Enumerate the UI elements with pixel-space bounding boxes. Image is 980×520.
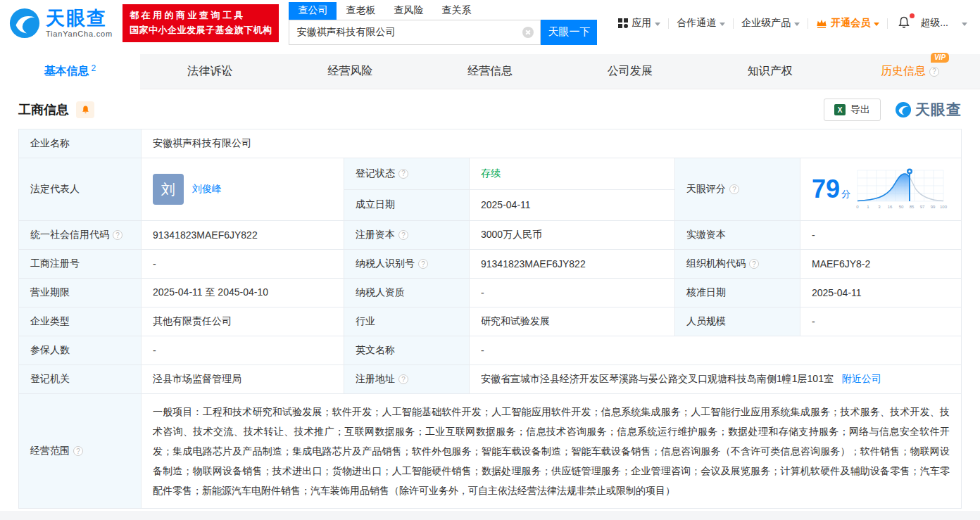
nav-super-vip[interactable]: 超级... <box>920 17 967 30</box>
table-row: 参保人数 - 英文名称 - <box>19 336 962 365</box>
help-icon[interactable] <box>73 446 83 456</box>
taxpayer-id-value: 91341823MAEF6JY822 <box>470 250 675 279</box>
table-row: 企业类型 其他有限责任公司 行业 研究和试验发展 人员规模 - <box>19 307 962 336</box>
tab-operating-risk[interactable]: 经营风险 <box>280 54 420 89</box>
next-section-divider <box>0 511 980 520</box>
watermark-logo: 天眼查 <box>895 100 962 120</box>
industry-value: 研究和试验发展 <box>470 307 675 336</box>
tyc-score-cell: 79 分 <box>800 158 962 221</box>
notification-bell[interactable] <box>896 15 912 32</box>
chevron-down-icon <box>962 23 967 26</box>
monitor-bell-button[interactable] <box>76 101 94 118</box>
company-name-value: 安徽祺声科技有限公司 <box>142 129 962 158</box>
field-label: 天眼评分 <box>675 158 800 221</box>
status-badge: 存续 <box>481 167 501 179</box>
divider <box>668 18 669 29</box>
nav-partner-label: 合作通道 <box>677 17 716 30</box>
english-name-value: - <box>470 336 962 365</box>
search-tab-company[interactable]: 查公司 <box>289 2 337 20</box>
tab-basic-info[interactable]: 基本信息 2 <box>0 54 140 89</box>
chevron-down-icon <box>874 23 879 26</box>
company-type-value: 其他有限责任公司 <box>142 307 344 336</box>
score-distribution-chart: 0 1 3 16 50 85 97 99 100 <box>855 166 948 213</box>
legal-rep-link[interactable]: 刘俊峰 <box>192 183 222 196</box>
watermark-text: 天眼查 <box>915 100 962 120</box>
table-row: 经营范围 一般项目：工程和技术研究和试验发展；软件开发；人工智能基础软件开发；人… <box>19 394 962 509</box>
help-icon[interactable] <box>729 184 739 194</box>
field-label: 注册地址 <box>344 365 470 394</box>
nav-partner[interactable]: 合作通道 <box>677 17 725 30</box>
export-label: 导出 <box>850 103 870 116</box>
top-nav: 应用 合作通道 企业级产品 开通会员 <box>618 15 967 32</box>
field-label: 工商注册号 <box>19 250 142 279</box>
tab-company-development[interactable]: 公司发展 <box>560 54 700 89</box>
insured-count-value: - <box>142 336 344 365</box>
search-tab-relation[interactable]: 查关系 <box>432 2 480 20</box>
excel-icon <box>834 104 846 115</box>
field-label: 统一社会信用代码 <box>19 221 142 250</box>
table-row: 法定代表人 刘 刘俊峰 登记状态 存续 天眼评分 79 分 <box>19 158 962 190</box>
logo-swirl-icon <box>895 101 912 118</box>
nav-enterprise[interactable]: 企业级产品 <box>741 17 800 30</box>
clear-input-icon[interactable] <box>522 27 534 38</box>
search-button[interactable]: 天眼一下 <box>541 20 597 45</box>
reg-status-value: 存续 <box>470 158 675 190</box>
help-icon[interactable] <box>113 230 122 240</box>
tab-business-info[interactable]: 经营信息 <box>420 54 560 89</box>
tab-intellectual-property[interactable]: 知识产权 <box>700 54 840 89</box>
field-label: 核准日期 <box>675 279 800 307</box>
chevron-down-icon <box>655 23 660 26</box>
divider <box>887 18 888 29</box>
help-icon[interactable] <box>398 230 408 240</box>
top-header: 天眼查 TianYanCha.com 都在用的商业查询工具 国家中小企业发展子基… <box>0 0 980 46</box>
export-button[interactable]: 导出 <box>824 99 881 121</box>
field-label: 登记状态 <box>344 158 470 190</box>
taxpayer-quality-value: - <box>470 279 675 307</box>
legal-rep-cell: 刘 刘俊峰 <box>142 158 344 221</box>
chevron-down-icon <box>794 23 800 26</box>
nearby-companies-link[interactable]: 附近公司 <box>842 373 881 384</box>
tianyancha-logo[interactable]: 天眼查 TianYanCha.com <box>8 7 113 39</box>
help-icon[interactable] <box>418 259 428 269</box>
search-tabs: 查公司 查老板 查风险 查关系 <box>289 2 597 20</box>
org-code-value: MAEF6JY8-2 <box>800 250 962 279</box>
nav-member-label: 开通会员 <box>831 17 870 30</box>
bell-icon <box>81 105 90 115</box>
table-row: 营业期限 2025-04-11 至 2045-04-10 纳税人资质 - 核准日… <box>19 279 962 307</box>
table-row: 统一社会信用代码 91341823MAEF6JY822 注册资本 3000万人民… <box>19 221 962 250</box>
est-date-value: 2025-04-11 <box>470 189 675 221</box>
help-icon[interactable] <box>749 259 759 269</box>
field-label: 英文名称 <box>344 336 470 365</box>
search-input[interactable] <box>289 20 541 45</box>
staff-size-value: - <box>800 307 962 336</box>
svg-text:0: 0 <box>856 205 859 209</box>
field-label: 组织机构代码 <box>675 250 800 279</box>
legal-rep-avatar[interactable]: 刘 <box>153 174 184 205</box>
field-label: 登记机关 <box>19 365 142 394</box>
nav-apps-label: 应用 <box>632 17 651 30</box>
nav-apps[interactable]: 应用 <box>618 17 660 30</box>
nav-super-label: 超级... <box>920 17 948 30</box>
search-tab-risk[interactable]: 查风险 <box>384 2 432 20</box>
crown-icon <box>816 18 827 28</box>
help-icon[interactable] <box>398 374 408 384</box>
score-unit: 分 <box>841 188 850 201</box>
svg-text:97: 97 <box>920 205 925 209</box>
help-icon[interactable] <box>398 169 408 179</box>
company-tabs: 基本信息 2 法律诉讼 经营风险 经营信息 公司发展 知识产权 历史信息 VIP <box>0 54 980 89</box>
score-value: 79 <box>812 177 840 202</box>
vip-badge: VIP <box>931 53 949 63</box>
nav-open-member[interactable]: 开通会员 <box>816 17 879 30</box>
reg-capital-value: 3000万人民币 <box>470 221 675 250</box>
business-term-value: 2025-04-11 至 2045-04-10 <box>142 279 344 307</box>
field-label: 纳税人识别号 <box>344 250 470 279</box>
approval-date-value: 2025-04-11 <box>800 279 962 307</box>
divider <box>733 18 734 29</box>
field-label: 经营范围 <box>19 394 142 509</box>
svg-text:50: 50 <box>899 205 904 209</box>
help-icon[interactable] <box>929 67 939 77</box>
field-label: 实缴资本 <box>675 221 800 250</box>
search-tab-boss[interactable]: 查老板 <box>337 2 384 20</box>
tab-history-info[interactable]: 历史信息 VIP <box>840 54 980 89</box>
tab-legal-litigation[interactable]: 法律诉讼 <box>140 54 280 89</box>
